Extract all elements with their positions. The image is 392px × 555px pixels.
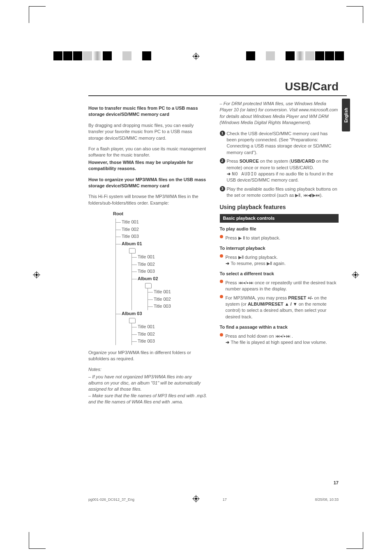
tree-title: Title 001	[154, 288, 208, 295]
crop-mark	[29, 532, 46, 549]
paragraph: Organize your MP3/WMA files in different…	[88, 350, 208, 362]
bullet-text: Press and hold down on ⏮◀/▶⏭ . ➜The file…	[226, 333, 339, 346]
step-text: Play the available audio files using pla…	[227, 186, 339, 199]
page: USB/Card English How to transfer music f…	[0, 0, 392, 555]
step-3: 3 Play the available audio files using p…	[220, 186, 339, 199]
tree-title: Title 003	[122, 233, 208, 240]
step-text: Press SOURCE on the system (USB/CARD on …	[227, 158, 339, 184]
heading: To find a passage within a track	[220, 324, 339, 330]
language-tab: English	[342, 99, 350, 131]
page-title: USB/Card	[285, 80, 339, 93]
heading-organize: How to organize your MP3/WMA files on th…	[88, 177, 208, 189]
registration-mark-icon	[192, 53, 200, 60]
bullet-item: For MP3/WMA, you may press PRESET +/- on…	[220, 295, 339, 320]
note: – Make sure that the file names of MP3 f…	[88, 393, 208, 405]
bullet-icon	[220, 295, 223, 298]
registration-mark-icon	[352, 271, 359, 279]
crop-mark	[346, 6, 363, 23]
folder-tree: Root Title 001 Title 002 Title 003 Album…	[113, 211, 208, 345]
step-number-icon: 3	[220, 186, 225, 191]
tree-album: Album 01	[122, 240, 208, 247]
subsection-bar: Basic playback controls	[220, 214, 339, 223]
bullet-icon	[220, 333, 223, 336]
warning-text: However, those WMA files may be unplayab…	[88, 159, 208, 172]
language-label: English	[344, 108, 348, 122]
section-heading: Using playback features	[220, 203, 339, 212]
content-columns: How to transfer music files from PC to a…	[88, 101, 339, 405]
bullet-icon	[220, 280, 223, 283]
folder-icon	[129, 318, 136, 323]
note: – If you have not organized MP3/WMA file…	[88, 374, 208, 393]
bullet-item: Press ⏮◀/▶⏭ once or repeatedly until the…	[220, 280, 339, 292]
heading-transfer: How to transfer music files from PC to a…	[88, 105, 208, 118]
folder-icon	[129, 248, 136, 253]
heading: To select a different track	[220, 271, 339, 277]
registration-mark-icon	[33, 271, 40, 279]
footer-timestamp: 8/25/08, 10:33	[315, 497, 339, 502]
tree-album: Album 02	[138, 275, 208, 282]
color-bar-top-left	[53, 51, 152, 60]
bullet-text: Press ▶Ⅱ during playback. ➜To resume, pr…	[226, 254, 339, 267]
tree-album: Album 03	[122, 310, 208, 317]
heading: To interrupt playback	[220, 245, 339, 251]
bullet-icon	[220, 254, 223, 258]
tree-title: Title 001	[138, 323, 208, 330]
note: – For DRM protected WMA files, use Windo…	[220, 101, 339, 126]
tree-root: Root	[113, 211, 208, 217]
title-rule	[88, 95, 347, 96]
tree-title: Title 001	[122, 219, 208, 226]
heading: To play audio file	[220, 226, 339, 232]
tree-title: Title 001	[138, 253, 208, 260]
tree-title: Title 002	[122, 226, 208, 233]
color-bar-top-right	[246, 51, 345, 60]
tree-title: Title 003	[138, 338, 208, 345]
paragraph: This Hi-Fi system will browse the MP3/WM…	[88, 193, 208, 206]
page-number: 17	[334, 480, 339, 485]
step-number-icon: 1	[220, 131, 225, 136]
notes-heading: Notes:	[88, 366, 208, 373]
bullet-item: Press and hold down on ⏮◀/▶⏭ . ➜The file…	[220, 333, 339, 346]
paragraph: For a flash player, you can also use its…	[88, 146, 208, 159]
footer: pg001-026_DC912_37_Eng 17 8/25/08, 10:33	[88, 497, 339, 502]
tree-title: Title 002	[138, 331, 208, 338]
bullet-text: Press ▶ Ⅱ to start playback.	[226, 235, 339, 241]
bullet-text: For MP3/WMA, you may press PRESET +/- on…	[226, 295, 339, 320]
tree-title: Title 003	[138, 268, 208, 275]
left-column: How to transfer music files from PC to a…	[88, 101, 208, 405]
bullet-text: Press ⏮◀/▶⏭ once or repeatedly until the…	[226, 280, 339, 292]
crop-mark	[346, 532, 363, 549]
footer-page: 17	[223, 497, 227, 502]
tree-title: Title 002	[154, 296, 208, 303]
crop-mark	[29, 6, 46, 23]
footer-filename: pg001-026_DC912_37_Eng	[88, 497, 134, 502]
bullet-item: Press ▶ Ⅱ to start playback.	[220, 235, 339, 241]
step-number-icon: 2	[220, 158, 225, 164]
tree-title: Title 002	[138, 261, 208, 268]
step-1: 1 Check the USB device/SD/MMC memory car…	[220, 131, 339, 156]
bullet-item: Press ▶Ⅱ during playback. ➜To resume, pr…	[220, 254, 339, 267]
paragraph: By dragging and dropping music files, yo…	[88, 122, 208, 141]
folder-icon	[145, 283, 152, 288]
tree-title: Title 003	[154, 303, 208, 310]
step-2: 2 Press SOURCE on the system (USB/CARD o…	[220, 158, 339, 184]
step-text: Check the USB device/SD/MMC memory card …	[227, 131, 339, 156]
right-column: – For DRM protected WMA files, use Windo…	[220, 101, 339, 405]
bullet-icon	[220, 235, 223, 238]
